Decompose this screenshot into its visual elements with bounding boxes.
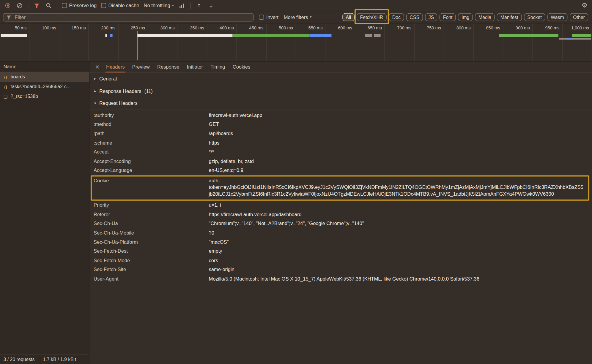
toolbar-divider <box>28 2 28 8</box>
request-type-filter-pills: AllFetch/XHRDocCSSJSFontImgMediaManifest… <box>342 13 589 21</box>
header-row: :methodGET <box>89 120 592 129</box>
header-row: Priorityu=1, i <box>89 201 592 210</box>
throttling-value: No throttling <box>144 3 170 8</box>
filter-pill-manifest[interactable]: Manifest <box>497 13 522 21</box>
timeline-waterfall <box>0 23 592 61</box>
header-row: Sec-Fetch-Destempty <box>89 247 592 256</box>
filter-pill-all[interactable]: All <box>342 13 355 21</box>
network-conditions-button[interactable] <box>178 2 186 9</box>
header-value: cors <box>209 257 589 264</box>
json-braces-icon: {} <box>3 75 8 79</box>
header-value: */* <box>209 149 589 156</box>
filter-pill-css[interactable]: CSS <box>406 13 423 21</box>
tab-headers[interactable]: Headers <box>102 61 128 72</box>
header-row: Accept-Languageen-US,en;q=0.9 <box>89 166 592 175</box>
tab-response[interactable]: Response <box>153 61 183 72</box>
arrow-down-icon <box>208 2 214 8</box>
section-title: Request Headers <box>99 100 138 106</box>
waterfall-bar <box>374 34 381 37</box>
header-row: Accept-Encodinggzip, deflate, br, zstd <box>89 157 592 166</box>
filter-pill-other[interactable]: Other <box>570 13 588 21</box>
more-filters-dropdown[interactable]: More filters ▾ <box>284 14 312 20</box>
filter-input-wrap <box>3 13 254 21</box>
preserve-log-checkbox[interactable]: Preserve log <box>62 3 97 8</box>
throttling-dropdown[interactable]: No throttling ▾ <box>144 3 174 8</box>
request-name: boards <box>11 74 25 80</box>
export-har-button[interactable] <box>207 2 215 9</box>
header-value: u=1, i <box>209 202 589 209</box>
header-row: :schemehttps <box>89 138 592 148</box>
chevron-down-icon: ▾ <box>310 15 312 19</box>
filter-pill-socket[interactable]: Socket <box>524 13 545 21</box>
timeline-overview[interactable]: 50 ms100 ms150 ms200 ms250 ms300 ms350 m… <box>0 23 592 61</box>
invert-checkbox[interactable]: Invert <box>259 14 278 20</box>
header-name: Cookie <box>94 177 209 184</box>
disable-cache-label: Disable cache <box>108 3 139 8</box>
header-value: en-US,en;q=0.9 <box>209 167 589 174</box>
record-network-log-button[interactable] <box>4 2 11 9</box>
waterfall-bar <box>106 34 107 37</box>
header-name: :authority <box>94 112 209 119</box>
transferred-size: 1.7 kB / 1.9 kB t <box>43 357 76 362</box>
filter-pill-wasm[interactable]: Wasm <box>547 13 567 21</box>
toolbar-divider <box>57 2 57 8</box>
request-row[interactable]: {}boards <box>0 72 89 82</box>
header-row: Sec-Ch-Ua-Mobile?0 <box>89 228 592 238</box>
gear-icon: ⚙ <box>582 2 587 9</box>
arrow-up-icon <box>196 2 202 8</box>
header-value: Mozilla/5.0 (Macintosh; Intel Mac OS X 1… <box>209 276 589 282</box>
filter-pill-fetch-xhr[interactable]: Fetch/XHR <box>357 13 387 21</box>
clear-network-log-button[interactable] <box>16 2 23 9</box>
header-name: Priority <box>94 202 209 209</box>
waterfall-bar <box>559 38 591 39</box>
tab-timing[interactable]: Timing <box>207 61 229 72</box>
section-request-headers[interactable]: ▾Request Headers <box>89 97 592 110</box>
checkbox-icon <box>259 15 264 20</box>
filter-pill-doc[interactable]: Doc <box>389 13 404 21</box>
request-row[interactable]: {}tasks?boardId=256f66a2-c... <box>0 82 89 92</box>
request-list-pane: Name {}boards{}tasks?boardId=256f66a2-c.… <box>0 61 89 364</box>
filter-pill-img[interactable]: Img <box>458 13 473 21</box>
filter-pill-js[interactable]: JS <box>425 13 437 21</box>
tab-initiator[interactable]: Initiator <box>183 61 207 72</box>
header-name: Sec-Fetch-Mode <box>94 257 209 264</box>
tab-cookies[interactable]: Cookies <box>229 61 254 72</box>
tab-preview[interactable]: Preview <box>128 61 153 72</box>
header-value: GET <box>209 121 589 128</box>
filter-pill-font[interactable]: Font <box>440 13 456 21</box>
record-icon <box>5 3 10 8</box>
section-general[interactable]: ▸General <box>89 73 592 85</box>
headers-sections: ▸General▸Response Headers(11)▾Request He… <box>89 73 592 284</box>
header-value: ?0 <box>209 230 589 236</box>
header-row: Sec-Fetch-Modecors <box>89 256 592 265</box>
section-title: General <box>99 76 117 82</box>
header-name: Referer <box>94 211 209 218</box>
header-row: :path/api/boards <box>89 129 592 138</box>
checkbox-icon <box>62 3 67 8</box>
search-button[interactable] <box>45 2 52 9</box>
header-name: Sec-Ch-Ua-Mobile <box>94 230 209 236</box>
header-value: https://firecrawl-auth.vercel.app/dashbo… <box>209 211 589 218</box>
header-name: :method <box>94 121 209 128</box>
tab-list: HeadersPreviewResponseInitiatorTimingCoo… <box>102 61 254 72</box>
filter-funnel-icon <box>34 3 40 8</box>
name-column-header[interactable]: Name <box>0 61 89 72</box>
filter-toggle-button[interactable] <box>33 2 40 9</box>
header-name: Sec-Fetch-Site <box>94 266 209 273</box>
request-row[interactable]: ▢?_rsc=1538b <box>0 92 89 102</box>
header-value: https <box>209 140 589 146</box>
import-har-button[interactable] <box>195 2 203 9</box>
header-value: /api/boards <box>209 130 589 137</box>
filter-pill-media[interactable]: Media <box>475 13 495 21</box>
chevron-down-icon: ▾ <box>172 4 174 7</box>
close-detail-button[interactable]: ✕ <box>92 64 102 70</box>
section-response-headers[interactable]: ▸Response Headers(11) <box>89 85 592 97</box>
settings-button[interactable]: ⚙ <box>581 2 588 9</box>
requests-count: 3 / 20 requests <box>3 357 34 362</box>
header-row: Refererhttps://firecrawl-auth.vercel.app… <box>89 210 592 219</box>
disable-cache-checkbox[interactable]: Disable cache <box>101 3 139 8</box>
filter-input[interactable] <box>3 13 254 21</box>
header-name: :scheme <box>94 140 209 146</box>
header-value: empty <box>209 248 589 255</box>
header-row: Accept*/* <box>89 148 592 157</box>
